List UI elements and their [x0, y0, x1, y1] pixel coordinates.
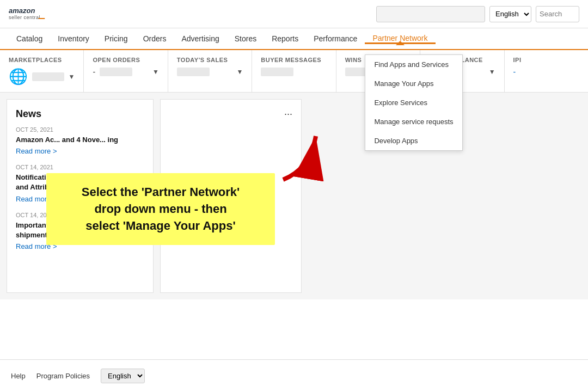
globe-icon: 🌐 — [9, 68, 28, 85]
news-item-1-date: OCT 14, 2021 — [16, 164, 144, 170]
amazon-brand: amazon — [9, 7, 40, 15]
card-open-orders-title: OPEN ORDERS — [93, 57, 158, 63]
search-input[interactable] — [536, 6, 579, 22]
card-buyer-messages-title: BUYER MESSAGES — [261, 57, 327, 63]
news-item-0-link[interactable]: Read more > — [16, 147, 144, 155]
card-marketplaces-title: MARKETPLACES — [9, 57, 75, 63]
open-orders-dropdown-btn[interactable]: ▼ — [152, 68, 159, 76]
news-item-0-date: OCT 25, 2021 — [16, 126, 144, 133]
footer-language-select[interactable]: English — [101, 369, 145, 383]
nav-advertising[interactable]: Advertising — [174, 28, 226, 49]
logo-area: amazon seller central ̲ — [9, 7, 45, 20]
card-open-orders-content: - ▼ — [93, 68, 158, 76]
card-open-orders: OPEN ORDERS - ▼ — [84, 50, 168, 92]
card-marketplaces: MARKETPLACES 🌐 ▼ — [0, 50, 84, 92]
dashboard-cards-row: MARKETPLACES 🌐 ▼ OPEN ORDERS - ▼ TODAY'S… — [0, 50, 588, 93]
account-search-bar — [376, 6, 485, 22]
dropdown-find-apps[interactable]: Find Apps and Services — [365, 55, 462, 74]
header-right: English — [376, 6, 579, 22]
header: amazon seller central ̲ English — [0, 0, 588, 28]
card-marketplaces-content: 🌐 ▼ — [9, 68, 75, 85]
dropdown-manage-requests[interactable]: Manage service requests — [365, 112, 462, 131]
seller-central-label: seller central — [9, 15, 40, 21]
nav-performance[interactable]: Performance — [306, 28, 365, 49]
partner-network-dropdown: Find Apps and Services Manage Your Apps … — [365, 54, 463, 151]
card-todays-sales-title: TODAY'S SALES — [177, 57, 243, 63]
marketplaces-dropdown-btn[interactable]: ▼ — [69, 73, 75, 81]
dropdown-manage-apps[interactable]: Manage Your Apps — [365, 74, 462, 93]
buyer-messages-value — [261, 68, 293, 76]
amazon-logo: amazon seller central — [9, 7, 40, 20]
card-todays-sales-content: ▼ — [177, 68, 243, 76]
nav-stores[interactable]: Stores — [227, 28, 264, 49]
card-buyer-messages-content — [261, 68, 327, 76]
main-content: News OCT 25, 2021 Amazon Ac... and 4 Nov… — [0, 93, 588, 299]
open-orders-value: - — [93, 68, 95, 76]
card-ipi: IPI - — [505, 50, 588, 92]
news-item-0: OCT 25, 2021 Amazon Ac... and 4 Nove... … — [16, 126, 144, 155]
todays-sales-dropdown-btn[interactable]: ▼ — [236, 68, 243, 76]
nav-catalog[interactable]: Catalog — [9, 28, 50, 49]
nav-inventory[interactable]: Inventory — [50, 28, 97, 49]
main-nav: Catalog Inventory Pricing Orders Adverti… — [0, 28, 588, 50]
nav-orders[interactable]: Orders — [136, 28, 174, 49]
total-balance-dropdown-btn[interactable]: ▼ — [489, 68, 495, 76]
callout-box: Select the 'Partner Network' drop down m… — [46, 173, 275, 245]
callout-text: Select the 'Partner Network' drop down m… — [59, 184, 262, 234]
card-ipi-content: - — [513, 68, 579, 76]
marketplaces-value — [32, 72, 64, 81]
open-orders-bar — [100, 68, 132, 76]
nav-reports[interactable]: Reports — [264, 28, 306, 49]
ipi-value: - — [513, 68, 516, 76]
language-select[interactable]: English — [489, 6, 531, 22]
card-ipi-title: IPI — [513, 57, 579, 63]
footer-help-link[interactable]: Help — [11, 372, 26, 380]
news-panel-title: News — [16, 108, 144, 120]
nav-active-indicator — [396, 41, 405, 45]
card-todays-sales: TODAY'S SALES ▼ — [168, 50, 252, 92]
red-arrow — [267, 125, 332, 193]
footer-program-policies-link[interactable]: Program Policies — [36, 372, 90, 380]
footer: Help Program Policies English — [0, 359, 588, 392]
panel-options-icon[interactable]: ··· — [284, 108, 292, 120]
dropdown-develop-apps[interactable]: Develop Apps — [365, 131, 462, 150]
card-buyer-messages: BUYER MESSAGES — [252, 50, 336, 92]
nav-partner-network-container: Partner Network Find Apps and Services M… — [365, 34, 435, 44]
nav-pricing[interactable]: Pricing — [97, 28, 136, 49]
dropdown-explore-services[interactable]: Explore Services — [365, 93, 462, 112]
news-item-0-headline: Amazon Ac... and 4 Nove... ing — [16, 135, 144, 145]
todays-sales-value — [177, 68, 210, 76]
